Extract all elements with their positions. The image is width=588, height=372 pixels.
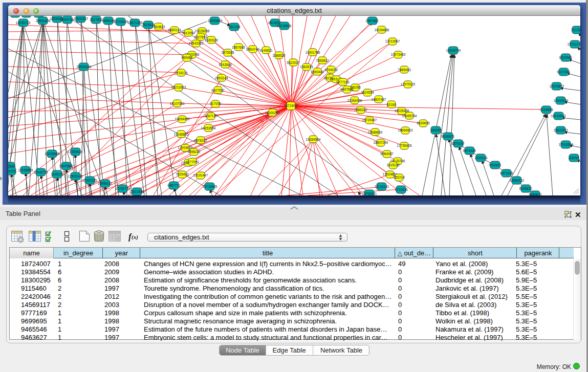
svg-text:23226058: 23226058: [195, 29, 210, 33]
svg-text:3624554: 3624554: [361, 91, 374, 94]
svg-text:12942737: 12942737: [34, 170, 49, 174]
svg-text:7663822: 7663822: [152, 25, 165, 29]
svg-text:6939695: 6939695: [417, 121, 430, 125]
svg-text:17016504: 17016504: [559, 143, 574, 146]
svg-text:10901788: 10901788: [306, 51, 320, 54]
svg-text:9084067: 9084067: [380, 152, 394, 156]
svg-text:12975115: 12975115: [401, 82, 416, 86]
svg-text:9777169: 9777169: [336, 80, 350, 84]
svg-text:10053809: 10053809: [208, 19, 223, 23]
svg-text:21364436: 21364436: [347, 99, 362, 102]
svg-text:8427552: 8427552: [211, 89, 225, 92]
svg-text:20206586: 20206586: [45, 152, 60, 156]
svg-text:8878332: 8878332: [194, 139, 207, 142]
svg-text:14353594: 14353594: [201, 126, 216, 130]
svg-text:1527602: 1527602: [90, 18, 103, 21]
svg-text:2803144: 2803144: [215, 76, 228, 80]
svg-text:1588520: 1588520: [272, 54, 286, 57]
svg-text:9227343: 9227343: [557, 70, 570, 74]
svg-text:10653267: 10653267: [74, 17, 89, 20]
svg-text:7357234: 7357234: [227, 25, 241, 29]
svg-text:3267130: 3267130: [204, 114, 217, 118]
svg-text:9660124: 9660124: [168, 28, 181, 32]
svg-text:15720407: 15720407: [362, 118, 377, 122]
svg-text:3215958: 3215958: [540, 108, 553, 112]
svg-text:7632621: 7632621: [488, 163, 502, 167]
svg-text:116753: 116753: [568, 156, 579, 160]
svg-text:16648754: 16648754: [446, 49, 461, 52]
svg-text:7986322: 7986322: [354, 108, 367, 112]
svg-text:917006: 917006: [210, 102, 221, 105]
svg-text:14055713: 14055713: [16, 21, 31, 25]
svg-text:2935114: 2935114: [475, 156, 488, 160]
svg-text:7955812: 7955812: [316, 59, 329, 62]
svg-text:18724007: 18724007: [284, 104, 299, 107]
svg-text:12505145: 12505145: [68, 174, 83, 178]
svg-text:9474444: 9474444: [463, 149, 476, 152]
svg-text:16671355: 16671355: [128, 21, 143, 25]
svg-text:12156859: 12156859: [18, 168, 33, 172]
svg-text:9245612: 9245612: [519, 187, 532, 190]
svg-text:10958117: 10958117: [98, 182, 113, 185]
svg-text:8180328: 8180328: [205, 38, 218, 42]
svg-text:7485063: 7485063: [398, 68, 411, 72]
svg-text:9450672: 9450672: [529, 193, 542, 195]
svg-text:6794028: 6794028: [324, 68, 338, 72]
svg-text:10973493: 10973493: [391, 53, 406, 56]
svg-text:10654112: 10654112: [510, 179, 525, 182]
svg-text:10807487: 10807487: [372, 98, 386, 101]
svg-text:16210643: 16210643: [551, 114, 566, 118]
svg-text:16154838: 16154838: [375, 28, 389, 32]
svg-text:17957225: 17957225: [82, 179, 97, 182]
svg-text:62160: 62160: [387, 103, 396, 106]
svg-text:19218506: 19218506: [277, 24, 292, 28]
svg-text:2487682: 2487682: [365, 19, 379, 23]
svg-text:2867608: 2867608: [232, 46, 245, 49]
svg-text:12923488: 12923488: [129, 190, 144, 193]
svg-text:8990448: 8990448: [311, 70, 324, 74]
svg-text:18300295: 18300295: [265, 111, 280, 115]
svg-text:15495794: 15495794: [402, 114, 417, 118]
svg-text:5322037: 5322037: [287, 61, 300, 64]
svg-text:18807249: 18807249: [374, 141, 388, 144]
svg-text:16753421: 16753421: [362, 192, 377, 195]
svg-text:19166825: 19166825: [174, 133, 189, 136]
svg-text:10719155: 10719155: [114, 20, 128, 24]
svg-text:8471636: 8471636: [500, 171, 513, 175]
svg-text:12093872: 12093872: [550, 84, 564, 88]
svg-text:(x): (x): [132, 234, 138, 240]
svg-text:17756928: 17756928: [397, 144, 412, 147]
svg-text:3875685: 3875685: [221, 51, 234, 54]
svg-text:9329966: 9329966: [559, 56, 572, 59]
svg-text:9498222: 9498222: [187, 150, 201, 154]
svg-text:10688609: 10688609: [368, 130, 383, 134]
svg-text:16782759: 16782759: [116, 187, 130, 190]
svg-text:1277053: 1277053: [186, 160, 199, 164]
svg-text:19975887: 19975887: [59, 164, 74, 168]
svg-text:2718176: 2718176: [175, 71, 188, 75]
svg-text:9146821: 9146821: [259, 49, 273, 52]
svg-text:12444159: 12444159: [554, 99, 569, 102]
svg-text:19191447: 19191447: [193, 173, 208, 177]
svg-text:1615132: 1615132: [386, 163, 400, 167]
svg-text:9457771: 9457771: [167, 184, 181, 187]
svg-text:39151: 39151: [8, 169, 16, 173]
svg-text:164095: 164095: [430, 128, 442, 132]
svg-text:8938923: 8938923: [441, 135, 454, 138]
svg-text:15716485: 15716485: [203, 185, 217, 188]
svg-text:19384554: 19384554: [306, 138, 321, 141]
svg-text:19654933: 19654933: [175, 117, 190, 121]
svg-text:18107553: 18107553: [170, 102, 185, 105]
svg-text:12213363: 12213363: [171, 85, 186, 89]
svg-text:1362615: 1362615: [300, 65, 313, 69]
svg-text:252214: 252214: [394, 176, 405, 179]
svg-text:14136141: 14136141: [375, 185, 389, 188]
svg-text:9242848: 9242848: [219, 63, 232, 67]
svg-text:20053346: 20053346: [77, 65, 92, 69]
svg-text:1733426: 1733426: [395, 188, 408, 191]
svg-text:1145159: 1145159: [51, 172, 64, 176]
svg-text:1112384: 1112384: [571, 28, 580, 32]
svg-text:989963: 989963: [181, 56, 192, 59]
svg-text:17359924: 17359924: [68, 150, 83, 154]
svg-text:7825402: 7825402: [176, 172, 189, 176]
